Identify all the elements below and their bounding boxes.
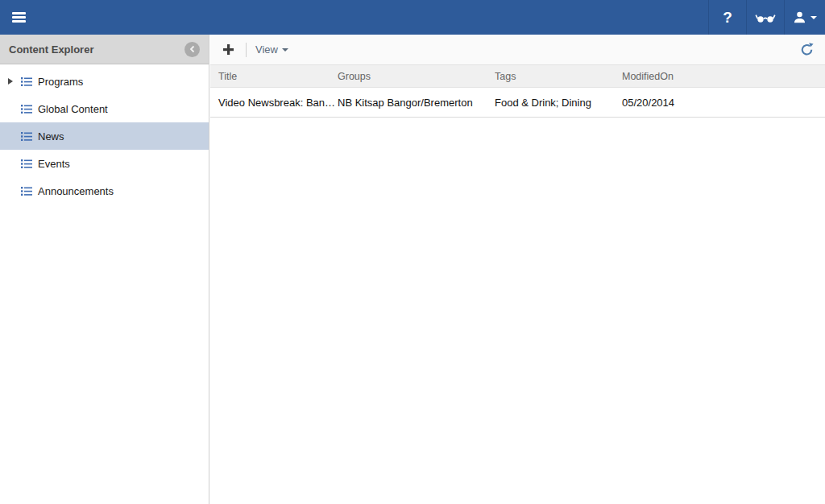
chevron-down-icon [810,16,817,19]
content-toolbar: View [210,35,825,64]
sidebar-item-label: News [38,130,64,143]
sidebar-item-events[interactable]: Events [0,150,209,177]
row-cell-groups: NB Kitsap Bangor/Bremerton [338,97,495,109]
user-icon [793,10,806,24]
sidebar-header: Content Explorer [0,35,209,64]
refresh-button[interactable] [798,41,815,58]
app-window: ? Content Explorer [0,0,825,504]
sidebar-item-global-content[interactable]: Global Content [0,95,209,122]
column-header-groups[interactable]: Groups [338,71,495,82]
view-dropdown-button[interactable]: View [255,43,288,56]
sidebar-item-label: Announcements [38,185,114,197]
menu-button[interactable] [0,0,37,35]
view-dropdown-label: View [255,43,278,56]
toolbar-separator [246,43,247,57]
chevron-down-icon [282,48,288,52]
sidebar: Content Explorer Programs Global C [0,35,209,504]
question-mark-icon: ? [723,10,732,25]
sidebar-item-announcements[interactable]: Announcements [0,177,209,204]
sidebar-item-programs[interactable]: Programs [0,68,209,95]
table-row[interactable]: Video Newsbreak: Bango... NB Kitsap Bang… [210,88,825,118]
sidebar-title: Content Explorer [9,43,93,56]
list-icon [21,131,32,142]
help-button[interactable]: ? [708,0,746,35]
list-icon [21,186,32,196]
topbar-actions: ? [708,0,825,35]
table-header: Title Groups Tags ModifiedOn [210,64,825,88]
list-icon [21,76,32,87]
user-menu-button[interactable] [784,0,825,35]
row-cell-tags: Food & Drink; Dining [495,97,622,109]
glasses-button[interactable] [746,0,784,35]
list-icon [21,159,32,169]
sidebar-item-label: Events [38,158,70,170]
collapse-sidebar-button[interactable] [184,42,200,57]
chevron-right-icon [8,78,13,85]
add-button[interactable] [220,41,237,58]
hamburger-icon [12,10,26,24]
glasses-icon [755,12,776,23]
sidebar-tree: Programs Global Content News [0,64,209,204]
main-panel: View Title Groups Tags ModifiedOn Video … [210,35,825,504]
expand-arrow-slot[interactable] [8,78,21,85]
refresh-icon [800,43,814,56]
sidebar-item-label: Global Content [38,103,108,115]
topbar: ? [0,0,825,35]
plus-icon [222,43,234,56]
content-grid: Title Groups Tags ModifiedOn Video Newsb… [210,64,825,118]
chevron-left-icon [189,45,197,53]
column-header-modifiedon[interactable]: ModifiedOn [622,71,825,82]
column-header-tags[interactable]: Tags [495,71,622,82]
row-cell-modifiedon: 05/20/2014 [622,97,825,109]
column-header-title[interactable]: Title [210,71,338,82]
row-cell-title: Video Newsbreak: Bango... [210,97,338,109]
sidebar-item-label: Programs [38,76,83,88]
list-icon [21,104,32,114]
sidebar-item-news[interactable]: News [0,122,209,150]
